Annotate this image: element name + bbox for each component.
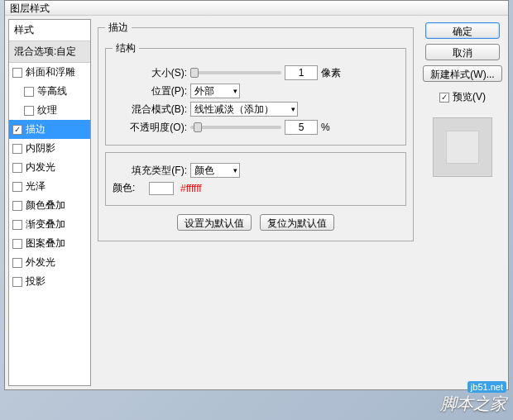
sidebar-item-label: 渐变叠加 bbox=[26, 217, 65, 231]
preview-checkbox[interactable]: ✓ bbox=[439, 93, 449, 103]
watermark: jb51.net 脚本之家 bbox=[440, 381, 506, 415]
stroke-group: 描边 结构 大小(S): 1 像素 位置(P): 外部 混合模式(B): bbox=[98, 21, 414, 241]
sidebar-item-label: 斜面和浮雕 bbox=[26, 65, 75, 79]
sidebar-item-1[interactable]: 等高线 bbox=[9, 82, 90, 101]
opacity-label: 不透明度(O): bbox=[113, 121, 187, 135]
sidebar-item-2[interactable]: 纹理 bbox=[9, 101, 90, 120]
dialog-body: 样式 混合选项:自定 斜面和浮雕等高线纹理✓描边内阴影内发光光泽颜色叠加渐变叠加… bbox=[5, 16, 508, 389]
size-label: 大小(S): bbox=[113, 66, 187, 80]
position-label: 位置(P): bbox=[113, 84, 187, 98]
blend-options-item[interactable]: 混合选项:自定 bbox=[9, 41, 90, 63]
preview-thumbnail bbox=[433, 117, 492, 177]
new-style-button[interactable]: 新建样式(W)... bbox=[423, 65, 501, 82]
sidebar-item-label: 投影 bbox=[26, 274, 46, 289]
checkbox-icon[interactable] bbox=[12, 144, 22, 154]
fill-group: 填充类型(F): 颜色 颜色: #ffffff bbox=[105, 152, 406, 206]
sidebar-item-6[interactable]: 光泽 bbox=[9, 177, 90, 196]
sidebar-item-10[interactable]: 外发光 bbox=[9, 253, 90, 272]
dialog-title: 图层样式 bbox=[5, 1, 508, 16]
checkbox-icon[interactable] bbox=[12, 277, 22, 287]
main-panel: 描边 结构 大小(S): 1 像素 位置(P): 外部 混合模式(B): bbox=[94, 16, 417, 389]
checkbox-icon[interactable] bbox=[12, 182, 22, 192]
sidebar-item-7[interactable]: 颜色叠加 bbox=[9, 196, 90, 215]
opacity-slider[interactable] bbox=[190, 126, 281, 129]
sidebar-item-11[interactable]: 投影 bbox=[9, 272, 90, 291]
filltype-label: 填充类型(F): bbox=[113, 164, 187, 178]
sidebar-item-label: 等高线 bbox=[37, 84, 67, 98]
checkbox-icon[interactable] bbox=[12, 201, 22, 211]
sidebar-item-label: 外发光 bbox=[26, 255, 55, 270]
color-hex: #ffffff bbox=[180, 183, 202, 194]
size-slider[interactable] bbox=[190, 71, 281, 74]
stroke-legend: 描边 bbox=[105, 21, 132, 35]
sidebar-item-label: 光泽 bbox=[26, 179, 46, 193]
sidebar-item-label: 颜色叠加 bbox=[26, 198, 65, 212]
sidebar-item-4[interactable]: 内阴影 bbox=[9, 139, 90, 158]
filltype-combo[interactable]: 颜色 bbox=[190, 163, 240, 178]
reset-default-button[interactable]: 复位为默认值 bbox=[260, 214, 334, 231]
blendmode-combo[interactable]: 线性减淡（添加） bbox=[190, 102, 298, 117]
cancel-button[interactable]: 取消 bbox=[425, 44, 500, 60]
checkbox-icon[interactable] bbox=[12, 258, 22, 268]
structure-group: 结构 大小(S): 1 像素 位置(P): 外部 混合模式(B): 线性减淡（添… bbox=[105, 41, 406, 146]
sidebar-item-0[interactable]: 斜面和浮雕 bbox=[9, 63, 90, 82]
preview-label: 预览(V) bbox=[453, 90, 486, 104]
checkbox-icon[interactable] bbox=[24, 87, 34, 97]
sidebar-item-9[interactable]: 图案叠加 bbox=[9, 234, 90, 253]
sidebar-item-3[interactable]: ✓描边 bbox=[9, 120, 90, 139]
checkbox-icon[interactable] bbox=[12, 68, 22, 78]
ok-button[interactable]: 确定 bbox=[425, 22, 500, 39]
styles-sidebar: 样式 混合选项:自定 斜面和浮雕等高线纹理✓描边内阴影内发光光泽颜色叠加渐变叠加… bbox=[8, 19, 91, 386]
color-swatch[interactable] bbox=[149, 182, 174, 195]
set-default-button[interactable]: 设置为默认值 bbox=[177, 214, 252, 231]
size-unit: 像素 bbox=[321, 66, 341, 80]
checkbox-icon[interactable] bbox=[24, 106, 34, 116]
size-input[interactable]: 1 bbox=[285, 65, 318, 80]
sidebar-item-label: 内阴影 bbox=[26, 141, 55, 155]
checkbox-icon[interactable] bbox=[12, 220, 22, 230]
blendmode-label: 混合模式(B): bbox=[113, 103, 187, 117]
checkbox-icon[interactable]: ✓ bbox=[12, 125, 22, 135]
color-label: 颜色: bbox=[113, 181, 146, 195]
sidebar-item-label: 图案叠加 bbox=[26, 236, 65, 251]
watermark-text: 脚本之家 bbox=[440, 394, 506, 413]
sidebar-item-8[interactable]: 渐变叠加 bbox=[9, 215, 90, 234]
opacity-unit: % bbox=[321, 122, 330, 133]
opacity-input[interactable]: 5 bbox=[285, 120, 318, 135]
watermark-logo: jb51.net bbox=[467, 381, 506, 393]
position-combo[interactable]: 外部 bbox=[190, 84, 240, 98]
checkbox-icon[interactable] bbox=[12, 163, 22, 173]
sidebar-header: 样式 bbox=[9, 20, 90, 41]
right-panel: 确定 取消 新建样式(W)... ✓ 预览(V) bbox=[417, 16, 508, 389]
layer-style-dialog: 图层样式 样式 混合选项:自定 斜面和浮雕等高线纹理✓描边内阴影内发光光泽颜色叠… bbox=[4, 0, 509, 390]
checkbox-icon[interactable] bbox=[12, 239, 22, 249]
structure-legend: 结构 bbox=[113, 41, 139, 55]
sidebar-item-label: 内发光 bbox=[26, 160, 55, 174]
sidebar-item-label: 纹理 bbox=[37, 103, 57, 117]
sidebar-item-5[interactable]: 内发光 bbox=[9, 158, 90, 177]
sidebar-item-label: 描边 bbox=[26, 122, 46, 136]
